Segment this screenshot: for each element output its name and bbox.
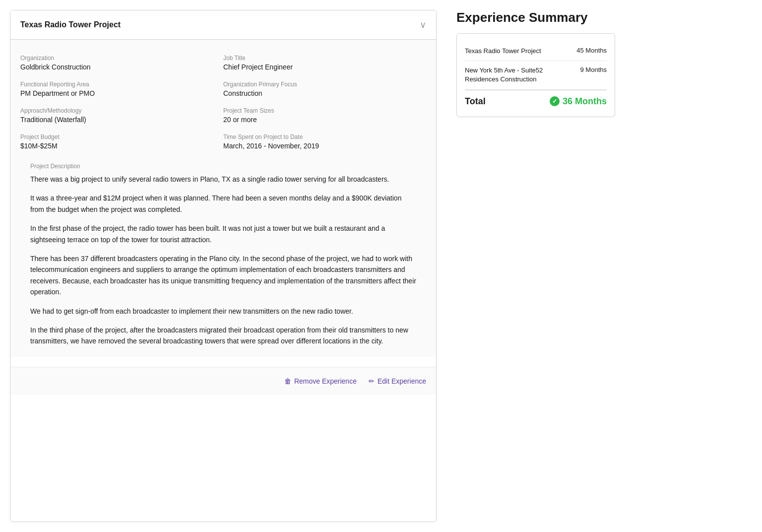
approach-value: Traditional (Waterfall): [20, 116, 213, 124]
budget-field: Project Budget $10M-$25M: [20, 129, 223, 155]
job-title-label: Job Title: [223, 55, 416, 62]
summary-total-row: Total ✓ 36 Months: [465, 90, 607, 109]
description-para-1: There was a big project to unify several…: [30, 174, 416, 185]
functional-reporting-value: PM Department or PMO: [20, 89, 213, 97]
fields-grid: Organization Goldbrick Construction Job …: [20, 50, 426, 155]
job-title-value: Chief Project Engineer: [223, 63, 416, 71]
summary-total-months: 36 Months: [563, 96, 607, 107]
remove-experience-label: Remove Experience: [294, 377, 357, 385]
description-text: There was a big project to unify several…: [30, 174, 416, 347]
description-para-5: We had to get sign-off from each broadca…: [30, 306, 416, 317]
summary-row-1-months: 45 Months: [576, 47, 607, 54]
check-icon: ✓: [552, 98, 557, 105]
organization-value: Goldbrick Construction: [20, 63, 213, 71]
project-header: Texas Radio Tower Project ∨: [10, 10, 436, 40]
organization-label: Organization: [20, 55, 213, 62]
org-primary-focus-value: Construction: [223, 89, 416, 97]
pencil-icon: ✏: [369, 377, 375, 385]
approach-label: Approach/Methodology: [20, 107, 213, 114]
experience-summary-title: Experience Summary: [456, 10, 615, 25]
organization-field: Organization Goldbrick Construction: [20, 50, 223, 76]
remove-experience-button[interactable]: 🗑 Remove Experience: [284, 377, 357, 385]
edit-experience-label: Edit Experience: [378, 377, 426, 385]
description-para-6: In the third phase of the project, after…: [30, 325, 416, 347]
summary-row-1: Texas Radio Tower Project 45 Months: [465, 42, 607, 61]
project-title: Texas Radio Tower Project: [20, 20, 121, 29]
summary-total-value: ✓ 36 Months: [550, 96, 607, 107]
org-primary-focus-field: Organization Primary Focus Construction: [223, 76, 426, 102]
experience-summary-panel: Experience Summary Texas Radio Tower Pro…: [456, 10, 615, 522]
time-spent-value: March, 2016 - November, 2019: [223, 142, 416, 150]
functional-reporting-label: Functional Reporting Area: [20, 81, 213, 88]
org-primary-focus-label: Organization Primary Focus: [223, 81, 416, 88]
time-spent-field: Time Spent on Project to Date March, 201…: [223, 129, 426, 155]
budget-label: Project Budget: [20, 133, 213, 140]
description-para-2: It was a three-year and $12M project whe…: [30, 193, 416, 215]
description-label: Project Description: [30, 163, 416, 170]
edit-experience-button[interactable]: ✏ Edit Experience: [369, 377, 426, 385]
check-circle-icon: ✓: [550, 96, 560, 106]
summary-row-2-months: 9 Months: [580, 66, 607, 73]
team-sizes-value: 20 or more: [223, 116, 416, 124]
summary-row-2-name: New York 5th Ave - Suite52 Residences Co…: [465, 66, 564, 84]
trash-icon: 🗑: [284, 377, 291, 385]
summary-row-2: New York 5th Ave - Suite52 Residences Co…: [465, 61, 607, 89]
description-para-4: There has been 37 different broadcasters…: [30, 253, 416, 298]
functional-reporting-field: Functional Reporting Area PM Department …: [20, 76, 223, 102]
time-spent-label: Time Spent on Project to Date: [223, 133, 416, 140]
actions-row: 🗑 Remove Experience ✏ Edit Experience: [10, 367, 436, 395]
description-section: Project Description There was a big proj…: [20, 155, 426, 357]
project-panel: Texas Radio Tower Project ∨ Organization…: [10, 10, 437, 522]
team-sizes-label: Project Team Sizes: [223, 107, 416, 114]
approach-field: Approach/Methodology Traditional (Waterf…: [20, 102, 223, 129]
team-sizes-field: Project Team Sizes 20 or more: [223, 102, 426, 129]
project-details: Organization Goldbrick Construction Job …: [10, 40, 436, 357]
budget-value: $10M-$25M: [20, 142, 213, 150]
summary-box: Texas Radio Tower Project 45 Months New …: [456, 33, 615, 117]
description-para-3: In the first phase of the project, the r…: [30, 223, 416, 245]
job-title-field: Job Title Chief Project Engineer: [223, 50, 426, 76]
chevron-down-icon[interactable]: ∨: [420, 19, 426, 30]
summary-total-label: Total: [465, 96, 486, 107]
summary-row-1-name: Texas Radio Tower Project: [465, 47, 541, 56]
